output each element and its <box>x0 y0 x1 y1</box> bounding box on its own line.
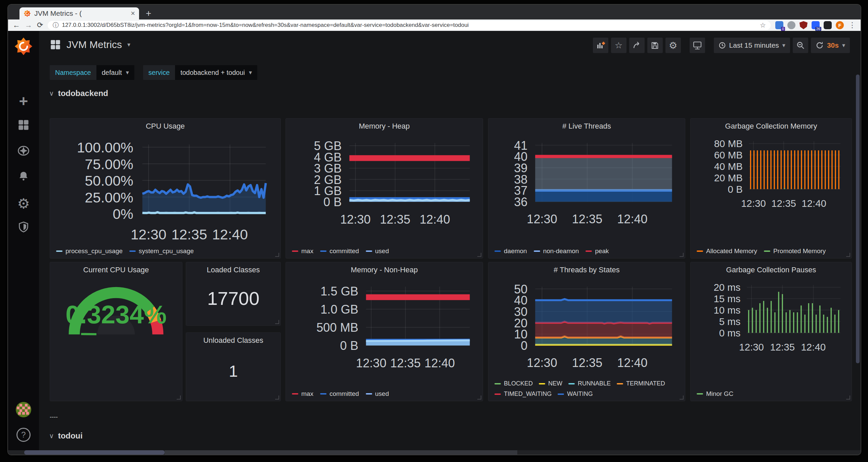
variable-namespace[interactable]: Namespace default ▾ <box>50 65 134 80</box>
row-header-todoui[interactable]: ∨ todoui <box>49 431 83 440</box>
gc-pauses-chart[interactable]: 0 ms5 ms10 ms15 ms20 ms12:3012:3512:40 <box>693 278 849 356</box>
time-range-picker[interactable]: Last 15 minutes ▾ <box>714 38 790 53</box>
resize-handle[interactable] <box>177 396 181 400</box>
memory-heap-chart[interactable]: 0 B1 GB2 GB3 GB4 GB5 GB12:3012:3512:40 <box>288 134 480 230</box>
legend-item[interactable]: used <box>366 390 389 398</box>
browser-tab[interactable]: JVM Metrics - ( × <box>20 7 139 20</box>
panel-title[interactable]: Memory - Heap <box>286 119 483 134</box>
panel-live-threads[interactable]: # Live Threads 36373839404112:3012:3512:… <box>488 118 685 259</box>
forward-icon[interactable]: → <box>25 21 32 30</box>
alerting-bell-icon[interactable] <box>8 170 39 182</box>
resize-handle[interactable] <box>477 396 482 400</box>
resize-handle[interactable] <box>680 396 684 400</box>
zoom-out-button[interactable] <box>793 38 808 53</box>
panel-title[interactable]: Garbage Collection Memory <box>691 119 851 134</box>
horizontal-scrollbar[interactable] <box>8 450 861 455</box>
refresh-picker[interactable]: 30s ▾ <box>811 38 850 53</box>
dashboard-settings-button[interactable]: ⚙ <box>665 38 681 53</box>
panel-title[interactable]: CPU Usage <box>50 119 280 134</box>
panel-loaded-classes[interactable]: Loaded Classes 17700 <box>186 262 281 326</box>
extension-icon[interactable] <box>824 21 832 29</box>
legend-item[interactable]: RUNNABLE <box>568 380 611 387</box>
legend-item[interactable]: daemon <box>494 248 527 255</box>
vertical-scrollbar[interactable] <box>856 74 860 363</box>
variable-value-dropdown[interactable]: default ▾ <box>96 65 134 80</box>
legend-item[interactable]: TIMED_WAITING <box>494 391 552 398</box>
user-avatar[interactable] <box>8 402 39 417</box>
address-field[interactable]: ⓘ 127.0.0.1:3002/d/D65bST8iz/jvm-metrics… <box>48 21 771 30</box>
legend-item[interactable]: BLOCKED <box>494 380 533 387</box>
browser-menu-icon[interactable]: ⋮ <box>848 21 856 30</box>
legend-item[interactable]: TERMINATED <box>617 380 665 387</box>
back-icon[interactable]: ← <box>13 21 20 30</box>
resize-handle[interactable] <box>680 253 684 257</box>
cpu-gauge[interactable]: 0.3234% <box>52 283 180 346</box>
extension-icon[interactable] <box>787 21 796 29</box>
extension-shield-icon[interactable] <box>800 21 808 29</box>
panel-title[interactable]: Garbage Collection Pauses <box>691 262 851 278</box>
resize-handle[interactable] <box>275 320 279 324</box>
extension-icon[interactable]: 0 <box>775 21 783 29</box>
panel-memory-heap[interactable]: Memory - Heap 0 B1 GB2 GB3 GB4 GB5 GB12:… <box>285 118 483 259</box>
legend-item[interactable]: used <box>366 248 389 255</box>
resize-handle[interactable] <box>275 396 279 400</box>
panel-title[interactable]: # Threads by States <box>488 262 685 278</box>
resize-handle[interactable] <box>846 253 850 257</box>
legend-item[interactable]: system_cpu_usage <box>129 248 194 255</box>
save-button[interactable] <box>647 38 663 53</box>
resize-handle[interactable] <box>275 253 279 257</box>
bookmark-star-icon[interactable]: ☆ <box>760 21 766 29</box>
dashboard-title-area[interactable]: JVM Metrics ▾ <box>50 39 130 51</box>
resize-handle[interactable] <box>846 396 850 400</box>
panel-gc-memory[interactable]: Garbage Collection Memory 0 B20 MB40 MB6… <box>690 118 852 259</box>
server-admin-shield-icon[interactable] <box>8 221 39 233</box>
legend-item[interactable]: Allocated Memory <box>697 248 757 255</box>
panel-unloaded-classes[interactable]: Unloaded Classes 1 <box>186 332 281 401</box>
row-header-todobackend[interactable]: ∨ todobackend <box>49 89 108 98</box>
create-plus-icon[interactable]: + <box>8 92 39 110</box>
new-tab-button[interactable]: + <box>146 9 151 18</box>
share-button[interactable] <box>629 38 645 53</box>
variable-value-dropdown[interactable]: todobackend + todoui ▾ <box>175 65 257 80</box>
legend-item[interactable]: committed <box>320 390 359 398</box>
resize-handle[interactable] <box>477 253 482 257</box>
legend-item[interactable]: NEW <box>539 380 562 387</box>
panel-title[interactable]: Current CPU Usage <box>50 262 182 278</box>
url-text[interactable]: 127.0.0.1:3002/d/D65bST8iz/jvm-metrics?o… <box>62 22 756 29</box>
legend-item[interactable]: non-deamon <box>534 248 579 255</box>
legend-item[interactable]: Minor GC <box>697 390 733 398</box>
legend-item[interactable]: committed <box>320 248 359 255</box>
variable-service[interactable]: service todobackend + todoui ▾ <box>143 65 257 80</box>
panel-memory-nonheap[interactable]: Memory - Non-Heap 0 B500 MB1.0 GB1.5 GB1… <box>285 262 483 401</box>
legend-item[interactable]: WAITING <box>558 391 593 398</box>
add-panel-button[interactable] <box>593 38 608 53</box>
site-info-icon[interactable]: ⓘ <box>53 21 58 29</box>
threads-by-states-chart[interactable]: 0102030405012:3012:3512:40 <box>490 278 682 374</box>
memory-nonheap-chart[interactable]: 0 B500 MB1.0 GB1.5 GB12:3012:3512:40 <box>288 278 480 374</box>
live-threads-chart[interactable]: 36373839404112:3012:3512:40 <box>490 134 682 230</box>
panel-gc-pauses[interactable]: Garbage Collection Pauses 0 ms5 ms10 ms1… <box>690 262 852 401</box>
cycle-view-button[interactable] <box>690 38 705 53</box>
legend-item[interactable]: max <box>292 248 313 255</box>
panel-title[interactable]: Loaded Classes <box>186 262 280 278</box>
explore-compass-icon[interactable] <box>8 144 39 157</box>
panel-title[interactable]: Memory - Non-Heap <box>286 262 483 278</box>
extension-icon[interactable]: 26 <box>812 21 819 29</box>
dashboards-icon[interactable] <box>8 119 39 131</box>
reload-icon[interactable]: ⟳ <box>37 21 43 30</box>
gc-memory-chart[interactable]: 0 B20 MB40 MB60 MB80 MB12:3012:3512:40 <box>693 134 849 212</box>
legend-item[interactable]: peak <box>586 248 609 255</box>
legend-item[interactable]: Promoted Memory <box>764 248 826 255</box>
panel-title[interactable]: Unloaded Classes <box>186 333 280 348</box>
help-icon[interactable]: ? <box>8 428 39 442</box>
scrollbar-thumb[interactable] <box>24 450 164 455</box>
cpu-usage-chart[interactable]: 0%25.00%50.00%75.00%100.00%12:3012:3512:… <box>52 134 278 247</box>
extension-icon[interactable]: F <box>836 21 844 29</box>
tab-close-icon[interactable]: × <box>131 9 135 18</box>
legend-item[interactable]: max <box>292 390 313 398</box>
grafana-logo-icon[interactable] <box>8 37 39 56</box>
configuration-gear-icon[interactable]: ⚙ <box>8 195 39 212</box>
panel-cpu-usage[interactable]: CPU Usage 0%25.00%50.00%75.00%100.00%12:… <box>50 118 281 259</box>
legend-item[interactable]: process_cpu_usage <box>56 248 123 255</box>
panel-current-cpu-gauge[interactable]: Current CPU Usage 0.3234% <box>50 262 182 401</box>
